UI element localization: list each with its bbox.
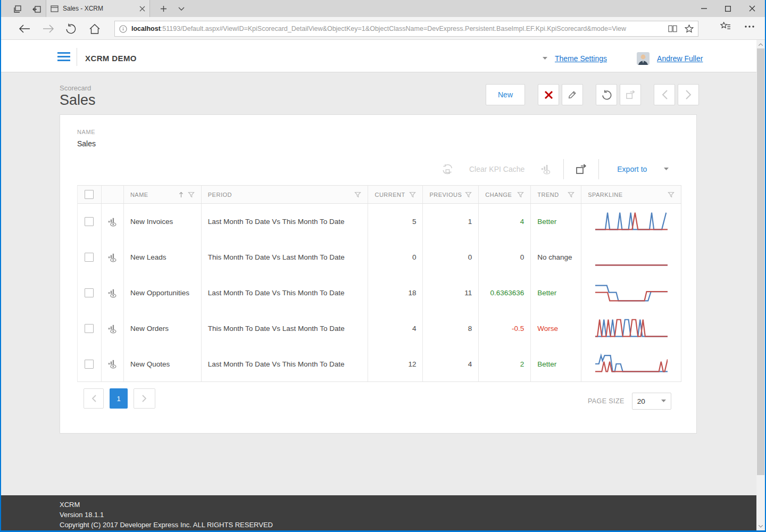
scroll-up-button[interactable] [756,40,765,48]
delete-button[interactable] [538,84,559,105]
address-bar[interactable]: localhost:51193/Default.aspx#ViewID=KpiS… [114,21,698,37]
export-to-button[interactable]: Export to [617,165,647,173]
col-header-trend[interactable]: TREND [531,186,581,203]
row-checkbox[interactable] [85,360,94,369]
avatar[interactable] [637,52,650,65]
filter-icon[interactable] [568,192,574,198]
next-record-button[interactable] [678,84,699,105]
refresh-icon [65,23,76,34]
next-page-button[interactable] [134,388,155,409]
edit-button[interactable] [562,84,583,105]
filter-icon[interactable] [409,192,416,198]
row-checkbox[interactable] [85,324,94,333]
col-header-change[interactable]: CHANGE [479,186,531,203]
row-type-cell [102,275,124,311]
url-text[interactable]: localhost:51193/Default.aspx#ViewID=KpiS… [131,25,664,32]
col-header-previous[interactable]: PREVIOUS [423,186,479,203]
theme-settings-caret-icon[interactable] [543,57,547,60]
filter-icon[interactable] [668,192,675,198]
refresh-button[interactable] [64,22,78,36]
reading-view-icon[interactable] [668,25,677,32]
row-type-cell [102,311,124,346]
favorite-star-icon[interactable] [685,24,694,33]
set-aside-tabs-button[interactable] [28,2,46,16]
col-header-period[interactable]: PERIOD [202,186,369,203]
forward-button[interactable] [41,22,55,36]
site-info-icon[interactable] [119,25,127,33]
row-select-cell [78,275,102,311]
vertical-scrollbar[interactable] [756,40,765,530]
export-to-caret-icon[interactable] [664,168,669,171]
row-checkbox[interactable] [85,253,94,262]
menu-button[interactable] [57,52,70,61]
kpi-current: 18 [408,289,416,297]
chevron-right-icon [142,395,147,402]
open-in-new-window-button[interactable] [620,84,641,105]
more-options-icon[interactable] [745,26,754,28]
table-row[interactable]: New Invoices Last Month To Date Vs This … [78,204,681,239]
hub-icon[interactable] [720,22,731,31]
prev-page-button[interactable] [84,388,104,409]
clear-kpi-cache-button[interactable]: Clear KPI Cache [469,165,524,173]
new-button[interactable]: New [486,84,525,105]
export-window-button[interactable] [576,164,587,174]
kpi-sparkline-cell [581,346,681,381]
page-size-select[interactable]: 20 [632,393,671,410]
kpi-trend: Worse [537,325,558,332]
user-link[interactable]: Andrew Fuller [657,54,703,63]
page-title: Sales [60,92,96,109]
kpi-period: Last Month To Date Vs This Month To Date [208,360,345,368]
kpi-change: 0 [520,253,524,261]
refresh-kpi-button[interactable] [442,164,453,174]
page-size-value: 20 [637,397,645,405]
col-header-sparkline[interactable]: SPARKLINE [581,186,681,203]
row-icon-header-cell [102,186,124,203]
kpi-name: New Invoices [130,218,173,226]
back-button[interactable] [18,22,31,36]
sparkline-chart [595,281,668,305]
row-checkbox[interactable] [85,288,94,297]
maximize-button[interactable] [716,0,740,17]
browser-tab[interactable]: Sales - XCRM [46,0,150,17]
show-kpi-chart-button[interactable] [540,164,552,174]
refresh-icon [602,90,612,100]
tab-list-button[interactable] [173,2,189,15]
tab-close-icon[interactable] [139,6,145,12]
chevron-down-icon [178,7,185,11]
col-header-name[interactable]: NAME [124,186,202,203]
table-row[interactable]: New Opportunities Last Month To Date Vs … [78,275,681,311]
col-header-current[interactable]: CURRENT [368,186,423,203]
pencil-icon [568,90,577,99]
minimize-button[interactable] [692,0,716,17]
table-row[interactable]: New Orders This Month To Date Vs Last Mo… [78,311,681,346]
table-row[interactable]: New Leads This Month To Date Vs Last Mon… [78,239,681,275]
filter-icon[interactable] [188,192,195,198]
scrollbar-thumb[interactable] [757,48,764,475]
page-number-button[interactable]: 1 [110,388,128,409]
row-select-cell [78,204,102,239]
tab-preview-button[interactable] [9,2,27,16]
theme-settings-link[interactable]: Theme Settings [555,54,607,63]
kpi-period: This Month To Date Vs Last Month To Date [208,325,345,332]
kpi-period: Last Month To Date Vs This Month To Date [208,218,345,226]
scroll-down-button[interactable] [756,522,765,530]
filter-icon[interactable] [517,192,524,198]
select-all-checkbox[interactable] [85,190,94,199]
app-footer: XCRM Version 18.1.1 Copyright (C) 2017 D… [1,495,757,530]
kpi-trend: Better [537,289,556,297]
new-tab-button[interactable] [155,2,171,15]
sparkline-chart [595,210,668,234]
refresh-record-button[interactable] [596,84,617,105]
row-select-cell [78,346,102,381]
filter-icon[interactable] [354,192,361,198]
browser-window: Sales - XCRM localhost:5119 [0,0,766,532]
chevron-right-icon [686,90,692,99]
close-button[interactable] [740,0,764,17]
header-divider [77,48,77,66]
footer-app-name: XCRM [60,500,757,510]
row-checkbox[interactable] [85,217,94,226]
table-row[interactable]: New Quotes Last Month To Date Vs This Mo… [78,346,681,382]
home-button[interactable] [88,22,102,36]
previous-record-button[interactable] [654,84,675,105]
filter-icon[interactable] [465,192,472,198]
